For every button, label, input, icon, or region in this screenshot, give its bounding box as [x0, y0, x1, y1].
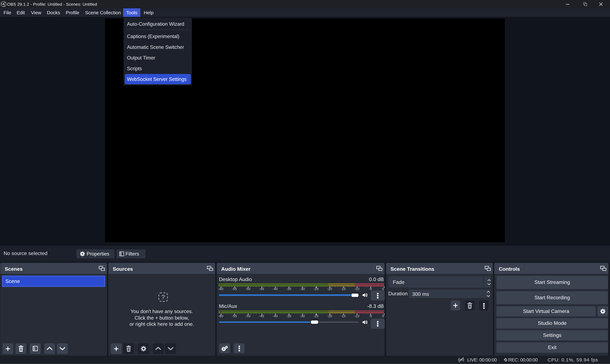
- svg-text:?: ?: [161, 293, 165, 301]
